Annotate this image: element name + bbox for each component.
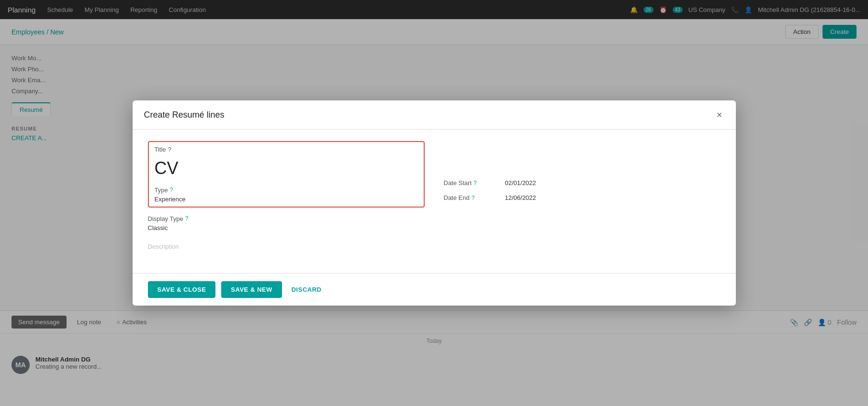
date-start-value[interactable]: 02/01/2022 xyxy=(505,179,536,187)
date-end-field: Date End ? 12/06/2022 xyxy=(444,194,721,201)
display-type-label-row: Display Type ? xyxy=(148,215,425,222)
date-end-value[interactable]: 12/06/2022 xyxy=(505,194,536,201)
display-type-label: Display Type xyxy=(148,215,183,222)
title-field-box: Title ? CV Type ? Experience xyxy=(148,141,425,207)
date-start-help-icon[interactable]: ? xyxy=(473,180,477,187)
display-type-value[interactable]: Classic xyxy=(148,224,425,231)
discard-button[interactable]: DISCARD xyxy=(288,281,326,298)
modal-close-button[interactable]: × xyxy=(715,108,724,121)
title-help-icon[interactable]: ? xyxy=(168,146,171,153)
type-help-icon[interactable]: ? xyxy=(170,187,173,193)
type-label: Type xyxy=(155,187,168,194)
save-new-button[interactable]: SAVE & NEW xyxy=(221,281,282,298)
save-close-button[interactable]: SAVE & CLOSE xyxy=(148,281,216,298)
date-end-label-row: Date End ? xyxy=(444,194,501,201)
title-label-row: Title ? xyxy=(155,146,418,153)
date-end-label: Date End xyxy=(444,194,470,201)
modal-footer: SAVE & CLOSE SAVE & NEW DISCARD xyxy=(133,273,736,306)
form-left: Title ? CV Type ? Experience xyxy=(148,141,425,261)
display-type-field: Display Type ? Classic xyxy=(148,215,425,231)
form-right: Date Start ? 02/01/2022 Date End ? 12/06… xyxy=(444,141,721,261)
modal-header: Create Resumé lines × xyxy=(133,100,736,130)
type-value[interactable]: Experience xyxy=(155,196,418,203)
description-placeholder[interactable]: Description xyxy=(148,239,425,254)
date-start-field: Date Start ? 02/01/2022 xyxy=(444,179,721,187)
modal-dialog: Create Resumé lines × Title ? CV xyxy=(133,100,736,305)
type-label-row: Type ? xyxy=(155,187,418,194)
display-type-help-icon[interactable]: ? xyxy=(185,215,189,222)
title-label: Title xyxy=(155,146,166,153)
date-end-help-icon[interactable]: ? xyxy=(472,195,475,201)
modal-body: Title ? CV Type ? Experience xyxy=(133,130,736,273)
date-start-label-row: Date Start ? xyxy=(444,179,501,187)
title-value[interactable]: CV xyxy=(155,156,418,180)
description-field: Description xyxy=(148,239,425,254)
date-start-label: Date Start xyxy=(444,179,472,187)
modal-backdrop: Create Resumé lines × Title ? CV xyxy=(0,0,868,406)
modal-title: Create Resumé lines xyxy=(144,110,225,120)
form-grid: Title ? CV Type ? Experience xyxy=(148,141,721,261)
type-field: Type ? Experience xyxy=(155,187,418,203)
